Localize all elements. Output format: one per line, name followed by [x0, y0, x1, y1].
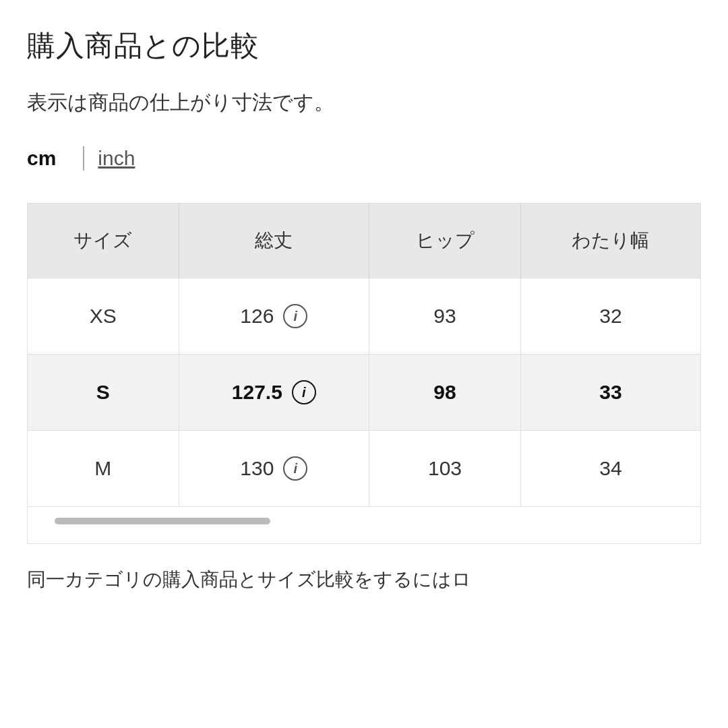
col-header-hip: ヒップ: [369, 204, 521, 278]
cell-measurement-1: 98: [369, 355, 521, 431]
cell-measurement-2: 34: [520, 431, 700, 507]
unit-cm-label[interactable]: cm: [27, 147, 69, 170]
col-header-watarihaba: わたり幅: [520, 204, 700, 278]
measurement-value: 126: [240, 305, 274, 328]
scroll-thumb[interactable]: [55, 518, 270, 524]
info-icon[interactable]: i: [283, 456, 307, 481]
table-body: XS126i9332S127.5i9833M130i10334: [28, 278, 700, 544]
cell-measurement-0: 130i: [179, 431, 369, 507]
size-table-wrapper: サイズ 総丈 ヒップ わたり幅 XS126i9332S127.5i9833M13…: [27, 203, 701, 544]
scrollbar-cell: [28, 507, 700, 544]
scrollbar-row: [28, 507, 700, 544]
cell-size: S: [28, 355, 179, 431]
cell-measurement-1: 103: [369, 431, 521, 507]
cell-measurement-1: 93: [369, 278, 521, 355]
table-header: サイズ 総丈 ヒップ わたり幅: [28, 204, 700, 278]
table-row: S127.5i9833: [28, 355, 700, 431]
measurement-value: 127.5: [232, 381, 282, 404]
size-table: サイズ 総丈 ヒップ わたり幅 XS126i9332S127.5i9833M13…: [28, 204, 700, 543]
measurement-value: 130: [240, 457, 274, 480]
unit-toggle: cm inch: [27, 146, 701, 171]
table-row: XS126i9332: [28, 278, 700, 355]
unit-inch-label[interactable]: inch: [98, 147, 135, 170]
info-icon[interactable]: i: [292, 380, 316, 404]
table-row: M130i10334: [28, 431, 700, 507]
cell-measurement-2: 33: [520, 355, 700, 431]
cell-size: M: [28, 431, 179, 507]
subtitle-text: 表示は商品の仕上がり寸法です。: [27, 89, 701, 117]
col-header-sodate: 総丈: [179, 204, 369, 278]
info-icon[interactable]: i: [283, 304, 307, 328]
unit-divider: [83, 146, 84, 171]
page-title: 購入商品との比較: [27, 27, 701, 65]
cell-size: XS: [28, 278, 179, 355]
col-header-size: サイズ: [28, 204, 179, 278]
cell-measurement-0: 126i: [179, 278, 369, 355]
footer-text: 同一カテゴリの購入商品とサイズ比較をするにはロ: [27, 566, 701, 594]
cell-measurement-0: 127.5i: [179, 355, 369, 431]
cell-measurement-2: 32: [520, 278, 700, 355]
